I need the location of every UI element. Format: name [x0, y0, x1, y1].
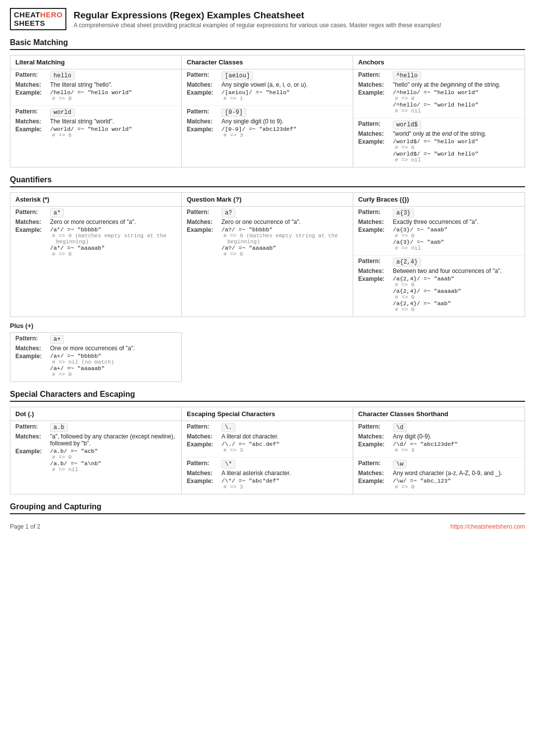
dot-entry-1: Pattern: a.b Matches: "a", followed by a…: [10, 421, 181, 477]
curly-title: Curly Braces ({}): [353, 193, 525, 207]
character-classes-title: Character Classes: [182, 55, 353, 69]
asterisk-title: Asterisk (*): [10, 193, 181, 207]
plus-entry-1: Pattern: a+ Matches: One or more occurre…: [10, 333, 181, 381]
question-title: Question Mark (?): [182, 193, 353, 207]
escaping-entry-2: Pattern: \* Matches: A literal asterisk …: [182, 458, 353, 494]
char-entry-2: Pattern: [0-9] Matches: Any single digit…: [182, 106, 353, 142]
page-footer: Page 1 of 2 https://cheatsheetshero.com: [10, 523, 525, 530]
logo-line1: CHEATHERO: [14, 11, 62, 19]
section-grouping: Grouping and Capturing: [10, 502, 525, 514]
shorthand-entry-2: Pattern: \w Matches: Any word character …: [353, 458, 525, 494]
asterisk-col: Asterisk (*) Pattern: a* Matches: Zero o…: [10, 193, 182, 317]
pattern-label: Pattern:: [15, 71, 47, 78]
quantifiers-grid: Asterisk (*) Pattern: a* Matches: Zero o…: [10, 192, 525, 317]
curly-col: Curly Braces ({}) Pattern: a{3} Matches:…: [353, 193, 525, 317]
logo-hero: HERO: [40, 10, 62, 19]
curly-entry-2: Pattern: a{2,4} Matches: Between two and…: [353, 256, 525, 317]
curly-entry-1: Pattern: a{3} Matches: Exactly three occ…: [353, 207, 525, 256]
literal-matching-title: Literal Matching: [10, 55, 181, 69]
example-label: Example:: [15, 89, 47, 96]
literal-matching-col: Literal Matching Pattern: hello Matches:…: [10, 55, 182, 167]
section-quantifiers: Quantifiers: [10, 175, 525, 187]
shorthand-entry-1: Pattern: \d Matches: Any digit (0-9). Ex…: [353, 421, 525, 458]
shorthand-title: Character Classes Shorthand: [353, 407, 525, 421]
special-grid: Dot (.) Pattern: a.b Matches: "a", follo…: [10, 407, 525, 494]
example-label: Example:: [15, 126, 47, 133]
plus-title: Plus (+): [10, 322, 525, 329]
basic-matching-grid: Literal Matching Pattern: hello Matches:…: [10, 55, 525, 167]
page-subtitle: A comprehensive cheat sheet providing pr…: [73, 22, 441, 29]
asterisk-entry-1: Pattern: a* Matches: Zero or more occurr…: [10, 207, 181, 261]
example-value: /world/ =~ "hello world" # => 6: [50, 126, 132, 138]
matches-label: Matches:: [15, 118, 47, 125]
escaping-entry-1: Pattern: \. Matches: A literal dot chara…: [182, 421, 353, 458]
anchor-entry-1: Pattern: ^hello Matches: "hello" only at…: [353, 69, 525, 118]
plus-block: Pattern: a+ Matches: One or more occurre…: [10, 332, 182, 382]
question-col: Question Mark (?) Pattern: a? Matches: Z…: [182, 193, 353, 317]
matches-value: The literal string "world".: [50, 118, 114, 125]
anchor-entry-2: Pattern: world$ Matches: "world" only at…: [353, 118, 525, 167]
page-header: CHEATHERO SHEETS Regular Expressions (Re…: [10, 8, 525, 30]
website-link[interactable]: https://cheatsheetshero.com: [450, 523, 525, 530]
dot-col: Dot (.) Pattern: a.b Matches: "a", follo…: [10, 407, 182, 494]
section-special: Special Characters and Escaping: [10, 390, 525, 402]
pattern-value: world: [50, 108, 75, 117]
header-text: Regular Expressions (Regex) Examples Che…: [73, 10, 441, 29]
literal-entry-1: Pattern: hello Matches: The literal stri…: [10, 69, 181, 106]
section-basic-matching: Basic Matching: [10, 38, 525, 50]
char-entry-1: Pattern: [aeiou] Matches: Any single vow…: [182, 69, 353, 106]
page-number: Page 1 of 2: [10, 523, 40, 530]
escaping-title: Escaping Special Characters: [182, 407, 353, 421]
character-classes-col: Character Classes Pattern: [aeiou] Match…: [182, 55, 353, 167]
pattern-label: Pattern:: [15, 108, 47, 115]
anchors-col: Anchors Pattern: ^hello Matches: "hello"…: [353, 55, 525, 167]
literal-entry-2: Pattern: world Matches: The literal stri…: [10, 106, 181, 142]
plus-section: Plus (+) Pattern: a+ Matches: One or mor…: [10, 322, 525, 382]
pattern-value: hello: [50, 71, 75, 80]
matches-value: The literal string "hello".: [50, 81, 112, 88]
anchors-title: Anchors: [353, 55, 525, 69]
question-entry-1: Pattern: a? Matches: Zero or one occurre…: [182, 207, 353, 261]
logo: CHEATHERO SHEETS: [10, 8, 66, 30]
shorthand-col: Character Classes Shorthand Pattern: \d …: [353, 407, 525, 494]
matches-label: Matches:: [15, 81, 47, 88]
escaping-col: Escaping Special Characters Pattern: \. …: [182, 407, 353, 494]
logo-line2: SHEETS: [14, 19, 62, 28]
example-value: /hello/ =~ "hello world" # => 0: [50, 89, 132, 102]
dot-title: Dot (.): [10, 407, 181, 421]
page-title: Regular Expressions (Regex) Examples Che…: [73, 10, 441, 21]
